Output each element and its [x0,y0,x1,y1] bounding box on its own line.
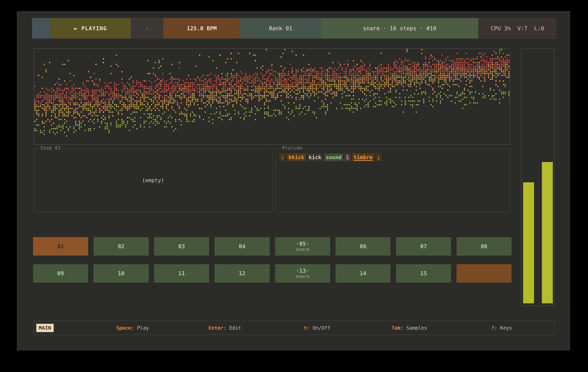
hint-key: Enter [209,325,223,331]
step-label: 07 [420,243,427,250]
step-label: 11 [178,270,185,276]
step-button-10[interactable]: 10 [94,264,148,283]
prelude-token[interactable]: timbre [352,153,374,161]
step-button-5[interactable]: ·05·snare [275,237,330,256]
step-label: 09 [57,270,64,276]
hint-action: : Edit [223,325,241,331]
step-button-14[interactable]: 14 [336,264,390,283]
step-button-6[interactable]: 06 [336,237,390,256]
key-hint: t: On/Off [271,321,363,335]
key-hint: Tab: Samples [363,321,455,335]
step-label: ·13· [296,268,309,274]
step-label: ·05· [296,241,309,247]
step-button-1[interactable]: 01 [33,237,88,256]
hint-key: Tab [391,325,400,331]
track-info[interactable]: snare · 16 steps · #10 [321,18,478,39]
step-button-11[interactable]: 11 [154,264,209,283]
step-button-8[interactable]: 08 [457,237,512,256]
step-detail-panel: Step 01 (empty) [34,148,272,212]
sequencer-window: ► PLAYING - 125.0 BPM Bank 01 snare · 16… [17,11,570,350]
step-label: 15 [420,270,427,276]
prelude-token[interactable]: kick [307,153,323,161]
prelude-code-line: :kkickkicksound1timbre; [279,153,382,161]
step-detail-empty: (empty) [34,149,272,212]
topbar-spacer [32,18,50,39]
step-label: 02 [118,243,124,250]
hint-key: ? [491,325,494,331]
step-label: 08 [481,243,487,250]
step-sublabel: snare [296,274,310,279]
step-button-3[interactable]: 03 [154,237,209,256]
bank-display[interactable]: Bank 01 [240,18,321,39]
step-button-12[interactable]: 12 [214,264,270,283]
status-bar: MAIN Space: PlayEnter: Editt: On/OffTab:… [34,321,554,335]
hint-action: : Samples [400,325,427,331]
key-hints: Space: PlayEnter: Editt: On/OffTab: Samp… [86,321,548,335]
key-hint: Enter: Edit [179,321,271,335]
hint-action: : Play [131,325,149,331]
hint-key: t [304,325,307,331]
level-meters-panel [521,48,554,306]
prelude-title: Prelude [280,145,305,151]
step-button-7[interactable]: 07 [396,237,451,256]
bpm-display[interactable]: 125.0 BPM [163,18,240,39]
prelude-token[interactable]: : [279,153,285,161]
system-stats: CPU 3% V:7 L:0 [478,18,556,39]
key-hint: Space: Play [86,321,179,335]
mode-badge: MAIN [36,324,54,332]
step-label: 03 [178,243,185,250]
screen: ► PLAYING - 125.0 BPM Bank 01 snare · 16… [0,0,588,372]
pattern-visualizer-panel [34,48,510,145]
prelude-token[interactable]: 1 [345,153,351,161]
step-button-9[interactable]: 09 [33,264,88,283]
hint-key: Space [116,325,131,331]
step-button-13[interactable]: ·13·snare [275,264,330,283]
step-label: 10 [118,270,124,276]
top-bar: ► PLAYING - 125.0 BPM Bank 01 snare · 16… [32,18,556,39]
step-label: 01 [57,243,64,250]
step-button-2[interactable]: 02 [94,237,148,256]
prelude-panel: Prelude :kkickkicksound1timbre; [276,148,510,212]
hint-action: : On/Off [307,325,330,331]
prelude-token[interactable]: sound [324,153,343,161]
step-label: 04 [239,243,245,250]
step-label: 14 [360,270,366,276]
step-sublabel: snare [296,247,310,252]
transport-status[interactable]: ► PLAYING [50,18,131,39]
step-button-4[interactable]: 04 [214,237,270,256]
pattern-visualizer-canvas [34,49,510,144]
topbar-dash: - [131,18,163,39]
step-button-16[interactable] [457,264,512,283]
step-button-15[interactable]: 15 [396,264,451,283]
hint-action: : Keys [494,325,512,331]
step-label: 06 [360,243,366,250]
step-label: 12 [239,270,245,276]
prelude-token[interactable]: ; [375,153,381,161]
level-meter-left [523,182,534,303]
level-meter-right [542,162,553,303]
step-grid: 01020304·05·snare06070809101112·13·snare… [33,237,512,283]
prelude-token[interactable]: kkick [287,153,306,161]
key-hint: ?: Keys [455,321,548,335]
